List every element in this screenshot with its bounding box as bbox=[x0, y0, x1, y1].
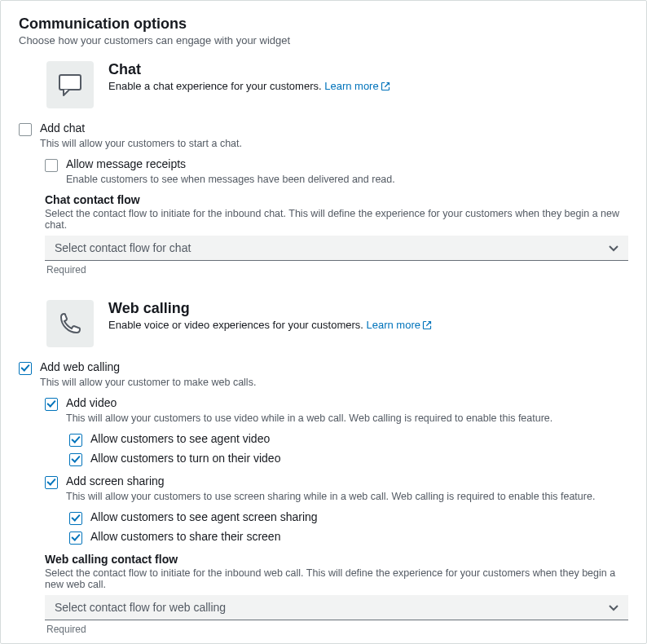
add-web-calling-desc: This will allow your customer to make we… bbox=[40, 377, 628, 388]
web-contact-flow-placeholder: Select contact flow for web calling bbox=[55, 601, 226, 614]
allow-receipts-checkbox[interactable] bbox=[45, 159, 58, 172]
customer-screen-row: Allow customers to share their screen bbox=[69, 530, 628, 545]
web-contact-flow-title: Web calling contact flow bbox=[45, 553, 628, 566]
add-screen-sharing-desc: This will allow your customers to use sc… bbox=[66, 491, 628, 502]
add-web-calling-row: Add web calling bbox=[19, 360, 628, 375]
svg-rect-0 bbox=[59, 75, 81, 90]
chat-description: Enable a chat experience for your custom… bbox=[108, 80, 390, 94]
caret-down-icon bbox=[609, 241, 618, 254]
chat-contact-flow-section: Chat contact flow Select the contact flo… bbox=[45, 193, 628, 276]
chat-icon bbox=[46, 61, 94, 108]
add-chat-checkbox[interactable] bbox=[19, 123, 32, 136]
communication-options-panel: Communication options Choose how your cu… bbox=[0, 0, 647, 644]
web-calling-feature-header: Web calling Enable voice or video experi… bbox=[46, 300, 628, 347]
add-web-calling-checkbox[interactable] bbox=[19, 362, 32, 375]
add-video-label: Add video bbox=[66, 396, 117, 409]
web-learn-more-link[interactable]: Learn more bbox=[367, 319, 432, 331]
add-video-row: Add video bbox=[45, 396, 628, 411]
customer-screen-checkbox[interactable] bbox=[69, 532, 82, 545]
agent-video-row: Allow customers to see agent video bbox=[69, 432, 628, 447]
chat-contact-flow-placeholder: Select contact flow for chat bbox=[55, 241, 191, 254]
agent-screen-row: Allow customers to see agent screen shar… bbox=[69, 510, 628, 525]
chat-contact-flow-select[interactable]: Select contact flow for chat bbox=[45, 236, 628, 261]
web-calling-description: Enable voice or video experiences for yo… bbox=[108, 319, 432, 333]
page-title: Communication options bbox=[19, 15, 628, 33]
agent-screen-label: Allow customers to see agent screen shar… bbox=[90, 510, 318, 523]
add-screen-sharing-label: Add screen sharing bbox=[66, 474, 165, 487]
caret-down-icon bbox=[609, 601, 618, 614]
chat-contact-flow-required: Required bbox=[46, 264, 628, 276]
add-screen-sharing-row: Add screen sharing bbox=[45, 474, 628, 489]
phone-icon bbox=[46, 300, 94, 347]
agent-video-label: Allow customers to see agent video bbox=[90, 432, 270, 445]
add-chat-label: Add chat bbox=[40, 121, 85, 135]
chat-contact-flow-title: Chat contact flow bbox=[45, 193, 628, 206]
add-video-desc: This will allow your customers to use vi… bbox=[66, 412, 628, 424]
customer-video-row: Allow customers to turn on their video bbox=[69, 452, 628, 466]
external-link-icon bbox=[422, 320, 432, 333]
allow-receipts-row: Allow message receipts bbox=[45, 157, 628, 172]
web-calling-title: Web calling bbox=[108, 300, 432, 317]
add-screen-sharing-checkbox[interactable] bbox=[45, 476, 58, 489]
external-link-icon bbox=[381, 82, 390, 94]
add-chat-row: Add chat bbox=[19, 121, 628, 136]
chat-title: Chat bbox=[108, 61, 390, 78]
allow-receipts-label: Allow message receipts bbox=[66, 157, 186, 170]
web-contact-flow-required: Required bbox=[46, 624, 628, 635]
chat-contact-flow-desc: Select the contact flow to initiate for … bbox=[45, 208, 628, 231]
web-contact-flow-section: Web calling contact flow Select the cont… bbox=[45, 553, 628, 635]
add-video-checkbox[interactable] bbox=[45, 398, 58, 411]
customer-video-checkbox[interactable] bbox=[69, 453, 82, 466]
chat-feature-header: Chat Enable a chat experience for your c… bbox=[46, 61, 628, 108]
web-contact-flow-desc: Select the contact flow to initiate for … bbox=[45, 567, 628, 590]
add-web-calling-label: Add web calling bbox=[40, 360, 120, 373]
add-chat-desc: This will allow your customers to start … bbox=[40, 138, 628, 149]
customer-video-label: Allow customers to turn on their video bbox=[90, 452, 280, 465]
agent-video-checkbox[interactable] bbox=[69, 434, 82, 447]
agent-screen-checkbox[interactable] bbox=[69, 512, 82, 525]
chat-learn-more-link[interactable]: Learn more bbox=[324, 80, 390, 92]
page-subtitle: Choose how your customers can engage wit… bbox=[19, 34, 628, 46]
allow-receipts-desc: Enable customers to see when messages ha… bbox=[66, 174, 628, 185]
web-contact-flow-select[interactable]: Select contact flow for web calling bbox=[45, 595, 628, 620]
customer-screen-label: Allow customers to share their screen bbox=[90, 530, 280, 543]
